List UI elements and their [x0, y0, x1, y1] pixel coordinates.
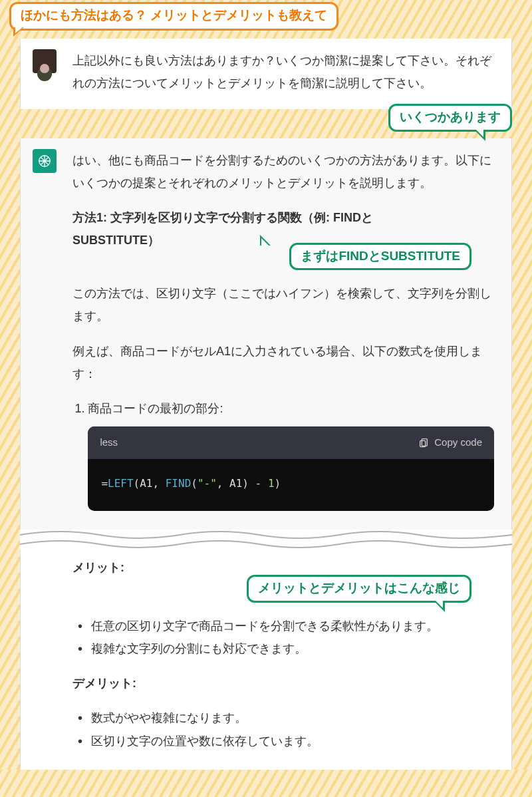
- list-item: 数式がやや複雑になります。: [76, 707, 494, 729]
- step-1: 商品コードの最初の部分: less Copy code =LEFT(A1, FI…: [88, 397, 494, 511]
- user-message-text: 上記以外にも良い方法はありますか？いくつか簡潔に提案して下さい。それぞれの方法に…: [72, 49, 494, 94]
- method1-title-line1: 方法1: 文字列を区切り文字で分割する関数（例: FINDと: [72, 211, 373, 224]
- annotation-merits-demerits: メリットとデメリットはこんな感じ: [72, 575, 471, 603]
- user-message: 上記以外にも良い方法はありますか？いくつか簡潔に提案して下さい。それぞれの方法に…: [21, 39, 511, 109]
- assistant-message: はい、他にも商品コードを分割するためのいくつかの方法があります。以下にいくつかの…: [21, 138, 511, 530]
- code-body[interactable]: =LEFT(A1, FIND("-", A1) - 1): [88, 459, 494, 511]
- list-item: 複雑な文字列の分割にも対応できます。: [76, 637, 494, 660]
- annotation-text: メリットとデメリットはこんな感じ: [247, 575, 471, 603]
- demerits-heading: デメリット:: [72, 672, 494, 695]
- callout-top-text: ほかにも方法はある？ メリットとデメリットも教えて: [9, 2, 338, 31]
- list-item: 区切り文字の位置や数に依存しています。: [76, 730, 494, 752]
- copy-code-label: Copy code: [434, 433, 482, 452]
- clipboard-icon: [418, 437, 429, 448]
- code-header: less Copy code: [88, 426, 494, 459]
- assistant-avatar-icon: [33, 149, 57, 173]
- list-item: 任意の区切り文字で商品コードを分割できる柔軟性があります。: [76, 615, 494, 637]
- method1-steps: 商品コードの最初の部分: less Copy code =LEFT(A1, FI…: [72, 397, 494, 511]
- user-avatar-icon: [33, 49, 57, 73]
- svg-rect-1: [422, 439, 428, 446]
- annotation-text: いくつかあります: [388, 104, 512, 132]
- step-1-label: 商品コードの最初の部分:: [88, 402, 223, 415]
- annotation-several-exist: いくつかあります: [0, 104, 512, 132]
- merits-list: 任意の区切り文字で商品コードを分割できる柔軟性があります。 複雑な文字列の分割に…: [72, 615, 494, 660]
- annotation-text: まずはFINDとSUBSTITUTE: [289, 243, 471, 271]
- assistant-intro: はい、他にも商品コードを分割するためのいくつかの方法があります。以下にいくつかの…: [72, 149, 494, 194]
- code-lang: less: [100, 433, 118, 452]
- annotation-find-substitute: まずはFINDとSUBSTITUTE: [72, 243, 471, 271]
- demerits-list: 数式がやや複雑になります。 区切り文字の位置や数に依存しています。: [72, 707, 494, 752]
- method1-example-lead: 例えば、商品コードがセルA1に入力されている場合、以下の数式を使用します：: [72, 340, 494, 385]
- method1-desc: この方法では、区切り文字（ここではハイフン）を検索して、文字列を分割します。: [72, 282, 494, 327]
- content-tear-divider: [20, 530, 512, 550]
- callout-top: ほかにも方法はある？ メリットとデメリットも教えて: [9, 2, 532, 31]
- code-block: less Copy code =LEFT(A1, FIND("-", A1) -…: [88, 426, 494, 511]
- copy-code-button[interactable]: Copy code: [418, 433, 482, 452]
